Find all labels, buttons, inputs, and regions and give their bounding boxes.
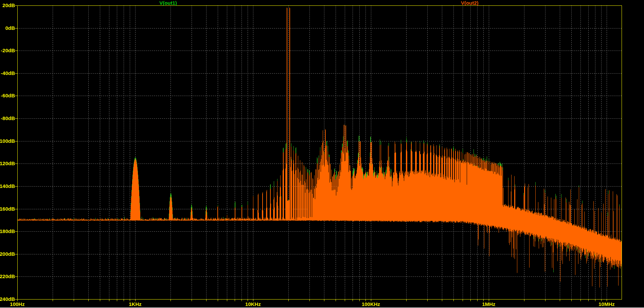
x-axis-tick-label: 1MHz	[482, 301, 495, 307]
y-axis-tick-label: -120dB	[0, 160, 15, 167]
y-axis-tick-label: -80dB	[0, 115, 15, 121]
x-axis-tick-label: 100Hz	[10, 301, 24, 307]
y-axis-tick-label: -60dB	[0, 93, 15, 99]
y-axis-tick-label: -180dB	[0, 228, 15, 234]
ltspice-waveform-pane: V(out1) V(out2) 20dB 0dB -20dB -40dB -60…	[0, 0, 644, 308]
y-axis-tick-label: -200dB	[0, 251, 15, 257]
trace-label-vout2[interactable]: V(out2)	[461, 0, 479, 6]
x-axis-tick-label: 10KHz	[245, 301, 261, 307]
y-axis-tick-label: -160dB	[0, 206, 15, 212]
fft-plot-canvas[interactable]	[0, 0, 644, 308]
trace-label-vout1[interactable]: V(out1)	[159, 0, 177, 6]
y-axis-tick-label: -100dB	[0, 138, 15, 144]
x-axis-tick-label: 10MHz	[598, 301, 615, 307]
y-axis-tick-label: -140dB	[0, 183, 15, 189]
y-axis-tick-label: 20dB	[0, 2, 15, 8]
y-axis-tick-label: -20dB	[0, 47, 15, 54]
x-axis-tick-label: 100KHz	[362, 301, 380, 307]
y-axis-tick-label: -40dB	[0, 70, 15, 76]
x-axis-tick-label: 1KHz	[129, 301, 142, 307]
y-axis-tick-label: 0dB	[0, 25, 15, 31]
y-axis-tick-label: -220dB	[0, 273, 15, 280]
